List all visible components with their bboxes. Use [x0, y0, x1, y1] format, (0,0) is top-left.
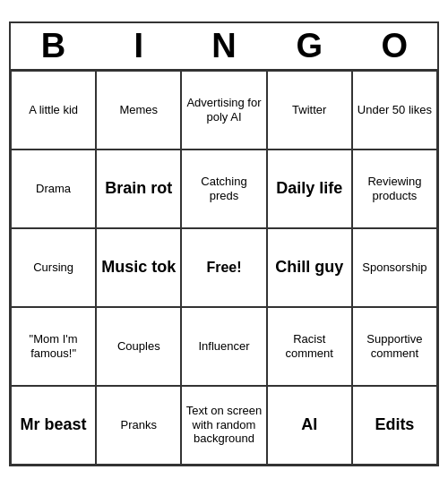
bingo-cell: Mr beast [11, 386, 96, 465]
bingo-cell: Edits [352, 386, 437, 465]
bingo-cell: Drama [11, 150, 96, 228]
bingo-cell: Daily life [267, 150, 352, 228]
bingo-cell: Text on screen with random background [181, 386, 266, 465]
bingo-cell: Under 50 likes [352, 71, 437, 150]
bingo-cell: Chill guy [267, 228, 352, 307]
bingo-cell: Brain rot [96, 150, 181, 228]
bingo-cell: A little kid [11, 71, 96, 150]
bingo-cell: Reviewing products [352, 150, 437, 228]
bingo-cell: Memes [96, 71, 181, 150]
bingo-cell: Influencer [181, 307, 266, 386]
bingo-letter: G [267, 23, 352, 71]
bingo-cell: Music tok [96, 228, 181, 307]
bingo-cell: Couples [96, 307, 181, 386]
bingo-cell: Twitter [267, 71, 352, 150]
bingo-cell: AI [267, 386, 352, 465]
bingo-grid: A little kidMemesAdvertising for poly AI… [11, 71, 437, 465]
bingo-cell: Supportive comment [352, 307, 437, 386]
bingo-letter: O [352, 23, 437, 71]
bingo-cell: Cursing [11, 228, 96, 307]
bingo-cell: Sponsorship [352, 228, 437, 307]
bingo-card: BINGO A little kidMemesAdvertising for p… [9, 21, 439, 466]
bingo-letter: I [96, 23, 181, 71]
bingo-cell: Advertising for poly AI [181, 71, 266, 150]
bingo-header: BINGO [11, 23, 437, 71]
bingo-cell: Racist comment [267, 307, 352, 386]
bingo-letter: B [11, 23, 96, 71]
bingo-letter: N [181, 23, 266, 71]
bingo-cell: Pranks [96, 386, 181, 465]
bingo-cell: Catching preds [181, 150, 266, 228]
bingo-cell: "Mom I'm famous!" [11, 307, 96, 386]
bingo-cell: Free! [181, 228, 266, 307]
